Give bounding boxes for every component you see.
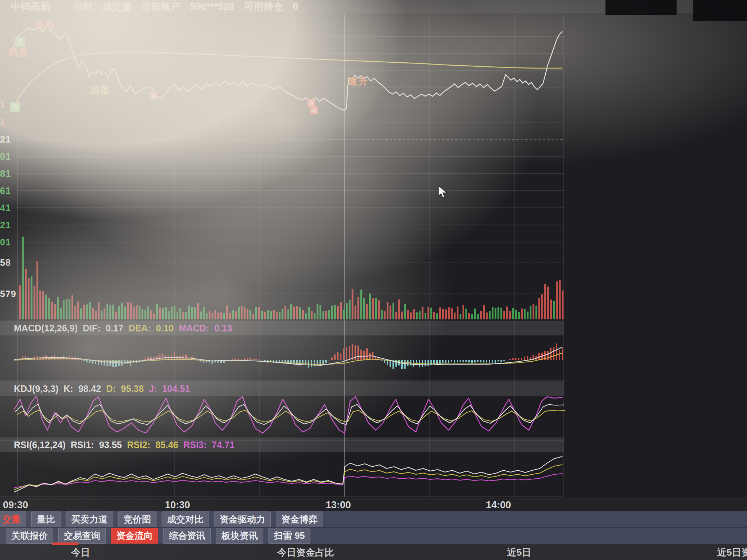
- kdj-j-label: J:: [149, 384, 157, 394]
- tab-zonghezixun[interactable]: 综合资讯: [163, 528, 211, 544]
- indicator-tab-row: 交量 量比 买卖力道 竞价图 成交对比 资金驱动力 资金博弈: [0, 511, 747, 527]
- tab-guanlianbaojia[interactable]: 关联报价: [6, 528, 53, 544]
- tab-bankuaizixun[interactable]: 板块资讯: [216, 528, 263, 544]
- rsi-param: RSI(6,12,24): [14, 440, 66, 450]
- annotation-strong: 强势: [34, 19, 55, 32]
- price-axis-label-close: 21: [0, 134, 11, 145]
- price-axis-label: 1: [0, 117, 5, 127]
- five-day-fund-label-cut: 近5日资: [717, 546, 747, 559]
- stock-name: 中钨高新: [11, 0, 50, 13]
- buy-signal-badge: B: [310, 106, 318, 114]
- time-axis: 09:30 10:30 13:00 14:00: [0, 498, 747, 512]
- tab-chengjiaoliang[interactable]: 交量: [0, 512, 26, 527]
- macd-param: MACD(12,26,9): [14, 323, 78, 334]
- macd-dif-label: DIF:: [83, 323, 101, 334]
- time-label: 14:00: [486, 499, 511, 511]
- tab-zijinqudongli[interactable]: 资金驱动力: [214, 512, 271, 527]
- price-axis-label: 01: [0, 151, 11, 162]
- tab-jiaoyichaxun[interactable]: 交易查询: [58, 528, 106, 544]
- time-label: 09:30: [3, 499, 28, 511]
- tab-zijinliuxiang-active[interactable]: 资金流向: [111, 528, 158, 544]
- top-right-dark-panel-2: [693, 0, 747, 21]
- sell-signal-badge: S: [15, 37, 25, 47]
- price-axis-label: 81: [0, 168, 11, 179]
- rsi1-value: 93.55: [99, 440, 122, 450]
- account-number: 990***528: [190, 1, 235, 12]
- macd-indicator-row: MACD(12,26,9) DIF: 0.17 DEA: 0.10 MACD: …: [14, 323, 232, 334]
- tab-jingjiatu[interactable]: 竞价图: [118, 512, 156, 527]
- tab-liangbi[interactable]: 量比: [31, 512, 61, 527]
- fund-flow-header-row: 今日 今日资金占比 近5日 近5日资: [0, 544, 747, 560]
- tab-chengjiaoduibi[interactable]: 成交对比: [162, 512, 209, 527]
- kdj-d-label: D:: [106, 384, 116, 394]
- macd-dea-value: 0.10: [156, 323, 174, 334]
- tab-zijinboyi[interactable]: 资金博弈: [276, 512, 323, 527]
- volume-axis-label: 58: [0, 257, 11, 268]
- kdj-param: KDJ(9,3,3): [14, 384, 58, 394]
- sell-signal-badge: S: [10, 102, 20, 112]
- rsi2-value: 85.46: [155, 440, 178, 450]
- macd-value-label: MACD:: [179, 323, 209, 334]
- volume-tab-label[interactable]: 成交量: [102, 0, 132, 13]
- tab-maimailidao[interactable]: 买卖力道: [66, 512, 113, 527]
- trading-terminal-screen: 中钨高新 分时 成交量 当前账户 990***528 可用持仓 0 MACD(1…: [0, 0, 747, 560]
- time-label: 10:30: [165, 499, 190, 511]
- price-axis-label: 1: [0, 99, 5, 110]
- rsi-indicator-row: RSI(6,12,24) RSI1: 93.55 RSI2: 85.46 RSI…: [14, 440, 235, 450]
- price-axis-label: 41: [0, 203, 11, 213]
- macd-value: 0.13: [214, 323, 232, 334]
- today-fund-ratio-label: 今日资金占比: [277, 546, 334, 559]
- top-right-dark-panel: [605, 0, 677, 15]
- time-label: 13:00: [326, 499, 351, 511]
- kdj-k-value: 98.42: [78, 384, 101, 394]
- function-tab-row: 关联报价 交易查询 资金流向 综合资讯 板块资讯 扫雷 95: [0, 527, 747, 544]
- annotation-pullback: 回落: [90, 84, 111, 97]
- rsi1-label: RSI1:: [71, 440, 94, 450]
- today-label: 今日: [71, 546, 90, 559]
- buy-signal-badge: B: [307, 99, 315, 107]
- mouse-cursor: [438, 185, 450, 200]
- active-tab-indicator: [52, 542, 78, 545]
- holding-label: 可用持仓: [244, 0, 283, 13]
- kdj-j-value: 104.51: [162, 384, 190, 394]
- buy-signal-badge: B: [150, 92, 157, 100]
- volume-axis-label: 579: [0, 289, 16, 299]
- holding-value: 0: [293, 1, 298, 12]
- five-day-label: 近5日: [507, 546, 531, 559]
- kdj-d-value: 95.38: [121, 384, 144, 394]
- period-label[interactable]: 分时: [73, 0, 93, 13]
- macd-dif-value: 0.17: [106, 323, 124, 334]
- chart-canvas: [0, 0, 747, 560]
- price-axis-label: 21: [0, 220, 11, 230]
- rsi2-label: RSI2:: [127, 440, 150, 450]
- price-axis-label: 61: [0, 186, 11, 196]
- kdj-indicator-row: KDJ(9,3,3) K: 98.42 D: 95.38 J: 104.51: [14, 384, 190, 394]
- account-label: 当前账户: [141, 0, 181, 13]
- rsi3-value: 74.71: [212, 440, 235, 450]
- tab-saolei[interactable]: 扫雷 95: [268, 528, 310, 544]
- price-axis-label: 01: [0, 237, 11, 248]
- annotation-rapid-rise: 速升: [348, 75, 368, 88]
- rsi3-label: RSI3:: [183, 440, 207, 450]
- annotation-drop: 跌盘: [9, 46, 29, 59]
- macd-dea-label: DEA:: [128, 323, 151, 334]
- kdj-k-label: K:: [63, 384, 73, 394]
